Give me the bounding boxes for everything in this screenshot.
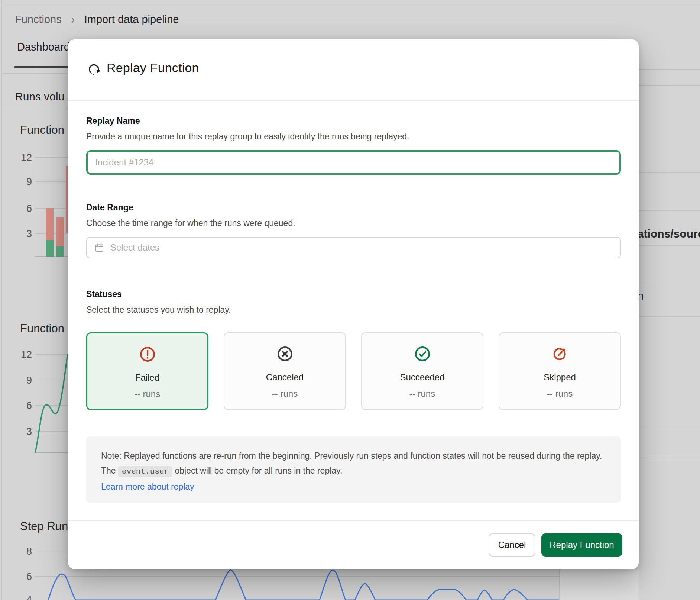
breadcrumb-current: Import data pipeline [84, 13, 179, 26]
status-card-succeeded[interactable]: Succeeded -- runs [361, 332, 483, 410]
ytick: 12 [15, 152, 32, 164]
status-card-failed[interactable]: Failed -- runs [86, 332, 208, 410]
ytick: 3 [15, 228, 32, 240]
note-box: Note: Replayed functions are re-run from… [86, 436, 621, 503]
replay-name-input[interactable] [86, 150, 621, 175]
bg-divider [639, 245, 700, 246]
replay-function-modal: Replay Function Replay Name Provide a un… [68, 39, 639, 569]
bg-divider [639, 281, 700, 281]
status-card-label: Failed [135, 372, 159, 383]
ytick: 6 [15, 571, 32, 583]
replay-name-label: Replay Name [86, 115, 140, 126]
status-card-runs: -- runs [547, 388, 573, 399]
status-card-label: Canceled [266, 372, 304, 383]
status-card-skipped[interactable]: Skipped -- runs [499, 332, 621, 410]
bg-divider [639, 458, 700, 458]
runs-volume-title: Runs volu [15, 90, 64, 103]
header-divider [68, 100, 639, 101]
bg-path-fragment: ations/sourc [638, 228, 700, 240]
bg-panel [560, 569, 639, 600]
status-card-runs: -- runs [135, 388, 160, 400]
replay-icon [87, 62, 101, 78]
bg-divider [639, 85, 700, 86]
bg-chart3-title: Step Run [20, 520, 68, 533]
bg-divider [639, 210, 700, 211]
bg-divider [639, 69, 700, 70]
bg-divider [1, 109, 68, 109]
date-range-field[interactable] [86, 237, 621, 258]
bg-chart2-title: Function [20, 322, 64, 335]
bg-divider [1, 73, 68, 74]
status-card-label: Succeeded [400, 372, 444, 383]
breadcrumb: Functions › Import data pipeline [15, 13, 179, 26]
status-card-runs: -- runs [409, 388, 435, 399]
ytick: 9 [15, 176, 32, 188]
bg-chart1-title: Function [20, 123, 64, 137]
breadcrumb-functions[interactable]: Functions [15, 13, 62, 26]
ytick: 3 [15, 426, 32, 438]
ytick: 4 [15, 594, 32, 600]
statuses-description: Select the statuses you wish to replay. [86, 304, 231, 315]
status-card-runs: -- runs [272, 388, 298, 399]
ytick: 9 [15, 375, 32, 386]
date-range-description: Choose the time range for when the runs … [86, 217, 295, 229]
page-top-border [0, 4, 700, 4]
learn-more-link[interactable]: Learn more about replay [101, 482, 194, 491]
bg-divider [639, 316, 700, 317]
arrow-out-circle-icon [551, 345, 568, 363]
calendar-icon [94, 243, 104, 253]
x-circle-icon [276, 345, 294, 363]
statuses-label: Statuses [86, 288, 122, 300]
tab-dashboard[interactable]: Dashboard [17, 41, 70, 53]
page-left-border [1, 0, 2, 600]
bg-divider [639, 172, 700, 173]
bg-divider [639, 428, 700, 428]
alert-circle-icon [139, 345, 156, 363]
modal-footer: Cancel Replay Function [68, 520, 639, 569]
cancel-button[interactable]: Cancel [489, 533, 535, 557]
modal-title: Replay Function [107, 61, 199, 75]
ytick: 6 [15, 400, 32, 412]
status-cards-row: Failed -- runs Canceled -- runs Suc [86, 332, 621, 410]
replay-name-description: Provide a unique name for this replay gr… [86, 131, 409, 142]
bg-bar-chart [35, 149, 68, 260]
ytick: 6 [15, 203, 32, 214]
ytick: 12 [15, 349, 32, 361]
note-text: object will be empty for all runs in the… [172, 466, 342, 475]
bg-line-chart [35, 349, 68, 457]
replay-function-button[interactable]: Replay Function [541, 533, 622, 557]
tab-active-indicator [14, 66, 71, 68]
chevron-right-icon: › [71, 12, 75, 27]
note-code-chip: event.user [118, 466, 172, 477]
date-range-label: Date Range [86, 202, 133, 213]
date-range-input[interactable] [110, 237, 620, 258]
ytick: 8 [15, 546, 32, 557]
status-card-canceled[interactable]: Canceled -- runs [224, 332, 346, 410]
status-card-label: Skipped [544, 372, 576, 383]
bg-divider [559, 569, 560, 600]
modal-header: Replay Function [68, 39, 639, 100]
check-circle-icon [414, 345, 431, 363]
